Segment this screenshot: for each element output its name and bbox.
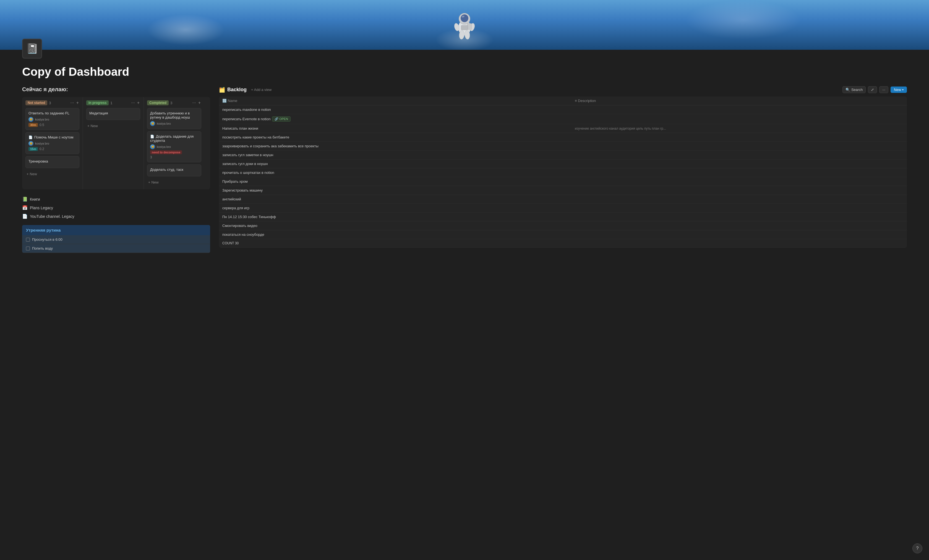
table-cell-description <box>572 133 907 142</box>
kanban-card[interactable]: 📄 Доделать задание для студента 🐱 kostya… <box>147 131 201 162</box>
backlog-actions: 🔍 Search ⤢ ··· New ▾ <box>842 86 907 93</box>
table-footer-row: COUNT 30 <box>219 239 907 248</box>
card-number: 3 <box>150 155 198 159</box>
table-row[interactable]: заархивировать и сохранить ака забекамит… <box>219 142 907 151</box>
table-cell-description <box>572 186 907 195</box>
kanban-col-header-in-progress: In progress 1 ··· + <box>86 100 140 105</box>
table-row[interactable]: Пн 14.12 15:30 собес Тинькофф <box>219 213 907 222</box>
search-icon: 🔍 <box>846 88 850 92</box>
table-row[interactable]: Зарегистровать машину <box>219 186 907 195</box>
table-cell-description <box>572 195 907 204</box>
table-row[interactable]: посмотреть какие проекты на битбакете <box>219 133 907 142</box>
table-row[interactable]: английский <box>219 195 907 204</box>
card-number: 0.2 <box>40 147 44 151</box>
badge-not-started: Not started <box>25 100 47 105</box>
card-number: 0.5 <box>40 123 44 127</box>
table-cell-name: записать гугл доки в ноушн <box>219 159 572 168</box>
table-row[interactable]: переписать Evernote в notion 🔗 OPEN <box>219 114 907 124</box>
table-cell-description <box>572 230 907 239</box>
table-cell-name: прочитать о шорткатах в notion <box>219 168 572 177</box>
kanban-card[interactable]: Ответить по заданию FL 🐱 kostya bro 30m … <box>25 108 79 130</box>
link-item-books[interactable]: 📗 Книги <box>22 195 210 203</box>
kanban-card[interactable]: Медитация <box>86 108 140 120</box>
routine-checkbox[interactable] <box>26 246 30 251</box>
col-actions-in-progress[interactable]: ··· + <box>130 100 140 105</box>
routine-item: Проснуться в 6:00 <box>22 235 210 244</box>
table-row[interactable]: Прибрать хром <box>219 177 907 186</box>
backlog-table: 🔡 Name ≡ Description переписать maxdone … <box>219 96 907 248</box>
desc-col-icon: ≡ <box>575 99 578 103</box>
open-badge: 🔗 OPEN <box>272 116 290 122</box>
add-view-button[interactable]: + Add a view <box>249 87 273 93</box>
page-logo: 📓 <box>22 39 42 58</box>
table-row[interactable]: переписать maxdone в notion <box>219 105 907 114</box>
left-column: Сейчас я делаю: Not started 3 ··· + <box>22 86 210 253</box>
table-row[interactable]: Смонтировать видео <box>219 222 907 230</box>
backlog-title: Backlog <box>227 87 247 93</box>
kanban-card[interactable]: Доделать студ. таск <box>147 164 201 176</box>
col-count-in-progress: 1 <box>110 101 112 105</box>
page-title: Copy of Dashboard <box>22 65 907 78</box>
card-meta: 🐱 kostya bro <box>150 144 198 149</box>
expand-button[interactable]: ⤢ <box>868 86 877 93</box>
card-meta: 🐱 kostya bro <box>29 141 76 146</box>
table-cell-description <box>572 168 907 177</box>
table-row[interactable]: записать гугл доки в ноушн <box>219 159 907 168</box>
section-current-label: Сейчас я делаю: <box>22 86 210 93</box>
kanban-card[interactable]: Добавить утреннюю и в рутину в дашборд н… <box>147 108 201 129</box>
kanban-col-completed: Completed 3 ··· + Добавить утреннюю и в … <box>144 97 205 189</box>
table-cell-description <box>572 213 907 222</box>
col-header-description: ≡ Description <box>572 96 907 105</box>
card-title: Доделать студ. таск <box>150 167 198 171</box>
link-item-youtube[interactable]: 📄 YouTube channel. Legacy <box>22 212 210 220</box>
table-cell-description <box>572 142 907 151</box>
table-cell-description <box>572 114 907 124</box>
table-cell-description <box>572 151 907 159</box>
card-user: kostya bro <box>35 142 49 145</box>
table-row[interactable]: сервера для игр <box>219 204 907 213</box>
card-title: 📄 Доделать задание для студента <box>150 134 198 142</box>
add-new-in-progress[interactable]: + New <box>86 122 140 130</box>
col-actions-not-started[interactable]: ··· + <box>70 100 79 105</box>
add-new-completed[interactable]: + New <box>147 179 201 186</box>
kanban-board: Not started 3 ··· + Ответить по заданию … <box>22 97 210 189</box>
kanban-card[interactable]: 📄 Помочь Мише с ноутом 🐱 kostya bro 15m … <box>25 132 79 154</box>
card-title: 📄 Помочь Мише с ноутом <box>29 135 76 139</box>
table-header-row: 🔡 Name ≡ Description <box>219 96 907 105</box>
more-options-button[interactable]: ··· <box>879 86 888 93</box>
kanban-card[interactable]: Тренировка <box>25 156 79 168</box>
caret-icon: ▾ <box>902 88 904 91</box>
table-row[interactable]: прочитать о шорткатах в notion <box>219 168 907 177</box>
col-actions-completed[interactable]: ··· + <box>192 100 201 105</box>
card-title: Тренировка <box>29 159 76 163</box>
expand-icon: ⤢ <box>871 88 874 92</box>
table-row[interactable]: покататься на сноуборде <box>219 230 907 239</box>
card-title: Добавить утреннюю и в рутину в дашборд н… <box>150 111 198 119</box>
table-cell-description <box>572 222 907 230</box>
col-count-completed: 3 <box>170 101 172 105</box>
table-row[interactable]: Написать план жизниизучение английского … <box>219 124 907 133</box>
right-column: 🗂️ Backlog + Add a view 🔍 Search ⤢ ··· <box>219 86 907 248</box>
search-button[interactable]: 🔍 Search <box>842 86 866 93</box>
table-cell-name: покататься на сноуборде <box>219 230 572 239</box>
new-button[interactable]: New ▾ <box>891 87 907 93</box>
table-cell-name: переписать maxdone в notion <box>219 105 572 114</box>
badge-completed: Completed <box>147 100 169 105</box>
card-tags: 15m 0.2 <box>29 147 76 151</box>
link-label-youtube: YouTube channel. Legacy <box>30 214 74 219</box>
table-cell-name: Прибрать хром <box>219 177 572 186</box>
backlog-header: 🗂️ Backlog + Add a view 🔍 Search ⤢ ··· <box>219 86 907 93</box>
card-title: Медитация <box>89 111 137 115</box>
avatar: 🐱 <box>150 144 155 149</box>
link-item-plans[interactable]: 📅 Plans Legacy <box>22 203 210 212</box>
card-user: kostya bro <box>157 122 171 125</box>
table-cell-description: изучение английского канал аудитория цел… <box>572 124 907 133</box>
routine-checkbox[interactable] <box>26 238 30 242</box>
table-row[interactable]: записать гугл заметки в ноушн <box>219 151 907 159</box>
table-cell-name: переписать Evernote в notion 🔗 OPEN <box>219 114 572 124</box>
routine-item: Попить воду <box>22 244 210 253</box>
add-new-not-started[interactable]: + New <box>25 170 79 178</box>
help-button[interactable]: ? <box>912 543 922 553</box>
backlog-title-area: 🗂️ Backlog <box>219 87 247 93</box>
card-user: kostya bro <box>157 145 171 148</box>
